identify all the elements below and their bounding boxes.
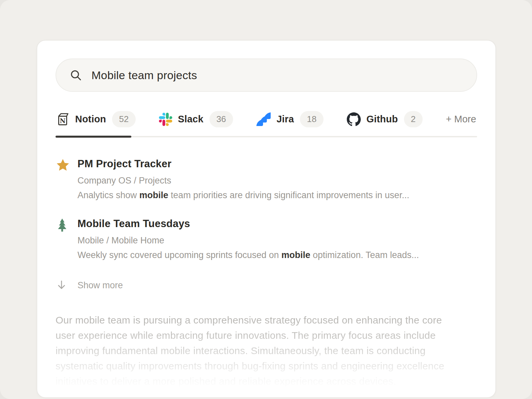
result-icon-cell — [56, 218, 77, 260]
jira-icon — [256, 112, 271, 127]
summary-line: improving fundamental mobile interaction… — [56, 343, 477, 358]
tab-count-badge: 36 — [209, 111, 233, 127]
github-icon — [347, 112, 361, 126]
result-body: PM Project Tracker Company OS / Projects… — [77, 158, 477, 200]
search-bar[interactable]: Mobile team projects — [56, 59, 477, 92]
slack-icon — [159, 113, 172, 126]
result-row[interactable]: PM Project Tracker Company OS / Projects… — [56, 158, 477, 200]
results-list: PM Project Tracker Company OS / Projects… — [56, 158, 477, 293]
result-icon-cell — [56, 158, 77, 200]
show-more-label: Show more — [77, 280, 123, 291]
result-row[interactable]: Mobile Team Tuesdays Mobile / Mobile Hom… — [56, 218, 477, 260]
result-snippet: Weekly sync covered upcoming sprints foc… — [77, 250, 477, 260]
source-tabs: N Notion 52 Slack 36 — [56, 111, 477, 127]
tab-slack[interactable]: Slack 36 — [159, 111, 233, 127]
search-icon — [69, 69, 82, 81]
tabs-divider — [56, 136, 477, 137]
result-breadcrumb: Mobile / Mobile Home — [77, 235, 477, 246]
show-more-icon-cell — [56, 278, 77, 293]
result-snippet: Analytics show mobile team priorities ar… — [77, 190, 477, 200]
active-tab-indicator — [56, 136, 131, 138]
snippet-text: Analytics show — [77, 190, 139, 200]
snippet-highlight: mobile — [281, 250, 310, 260]
ai-summary-text: Our mobile team is pursuing a comprehens… — [56, 313, 477, 389]
search-input[interactable]: Mobile team projects — [91, 69, 197, 82]
svg-text:N: N — [60, 117, 66, 124]
result-body: Mobile Team Tuesdays Mobile / Mobile Hom… — [77, 218, 477, 260]
star-icon — [56, 158, 70, 173]
search-panel: Mobile team projects N Notion 52 — [37, 40, 496, 398]
tree-icon — [56, 218, 69, 234]
summary-line: Our mobile team is pursuing a comprehens… — [56, 313, 477, 328]
tab-label: Notion — [75, 114, 106, 125]
tab-count-badge: 18 — [300, 111, 324, 127]
tab-label: Github — [366, 114, 398, 125]
summary-line: initiatives to deliver a more polished a… — [56, 374, 477, 389]
tab-jira[interactable]: Jira 18 — [256, 111, 324, 127]
arrow-down-icon — [56, 279, 67, 291]
tab-notion[interactable]: N Notion 52 — [56, 111, 136, 127]
result-breadcrumb: Company OS / Projects — [77, 176, 477, 186]
page-background: Mobile team projects N Notion 52 — [0, 0, 532, 399]
result-title[interactable]: PM Project Tracker — [77, 158, 477, 170]
tab-count-badge: 2 — [404, 111, 423, 127]
tab-label: Slack — [178, 114, 203, 125]
summary-line: user experience while embracing future i… — [56, 328, 477, 343]
show-more-button[interactable]: Show more — [56, 278, 477, 293]
snippet-text: optimization. Team leads... — [310, 250, 419, 260]
tab-more[interactable]: + More — [446, 114, 476, 125]
snippet-text: Weekly sync covered upcoming sprints foc… — [77, 250, 281, 260]
tab-label: Jira — [277, 114, 294, 125]
notion-icon: N — [56, 112, 69, 126]
snippet-text: team priorities are driving significant … — [168, 190, 409, 200]
tab-github[interactable]: Github 2 — [347, 111, 423, 127]
summary-line: systematic quality improvements through … — [56, 358, 477, 374]
result-title[interactable]: Mobile Team Tuesdays — [77, 218, 477, 230]
snippet-highlight: mobile — [139, 190, 168, 200]
tab-count-badge: 52 — [112, 111, 136, 127]
